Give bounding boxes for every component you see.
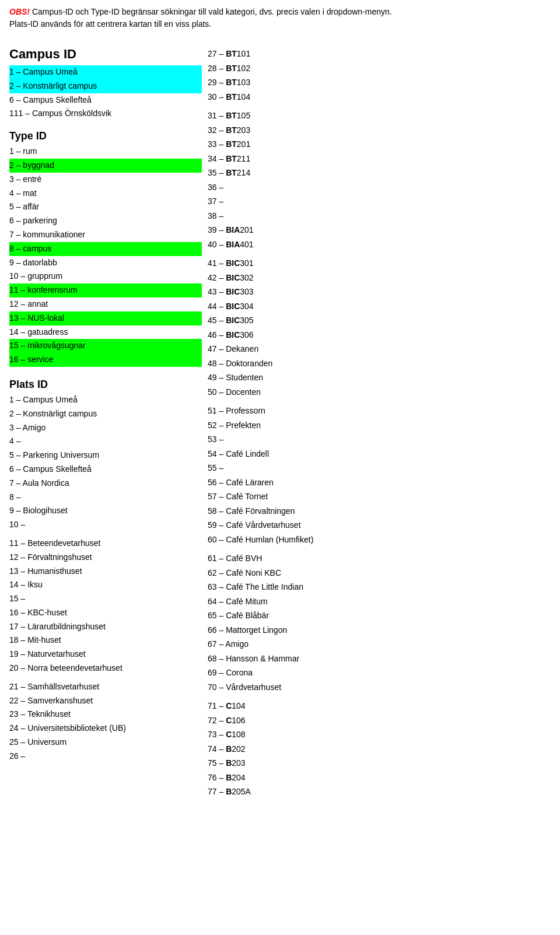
- list-item: 21 – Samhällsvetarhuset: [9, 680, 202, 694]
- left-column: Campus ID 1 – Campus Umeå 2 – Konstnärli…: [9, 41, 208, 799]
- list-item: 16 – KBC-huset: [9, 606, 202, 620]
- list-item: 75 – B203: [208, 756, 551, 771]
- list-item: 20 – Norra beteendevetarhuset: [9, 661, 202, 675]
- list-item: 12 – annat: [9, 297, 202, 311]
- list-item: 14 – gatuadress: [9, 325, 202, 339]
- list-item: 49 – Studenten: [208, 370, 551, 385]
- list-item: 51 – Professorn: [208, 404, 551, 418]
- list-item: 26 –: [9, 750, 202, 764]
- list-item: 53 –: [208, 432, 551, 447]
- list-item: 47 – Dekanen: [208, 342, 551, 356]
- list-item: 36 –: [208, 180, 551, 195]
- list-item: 1 – Campus Umeå: [9, 65, 202, 79]
- list-item: 9 – datorlabb: [9, 256, 202, 270]
- list-item: 71 – C104: [208, 699, 551, 713]
- list-item: 69 – Corona: [208, 666, 551, 680]
- list-item: 2 – Konstnärligt campus: [9, 407, 202, 421]
- list-item: 11 – konferensrum: [9, 283, 202, 297]
- type-id-title: Type ID: [9, 130, 202, 142]
- list-item: 17 – Lärarutbildningshuset: [9, 620, 202, 634]
- list-item: 18 – Mit-huset: [9, 633, 202, 647]
- list-item: 54 – Café Lindell: [208, 447, 551, 461]
- list-item: 4 – mat: [9, 187, 202, 201]
- list-item: 56 – Café Läraren: [208, 475, 551, 490]
- list-item: 58 – Café Förvaltningen: [208, 504, 551, 519]
- type-id-list: 1 – rum 2 – byggnad 3 – entré 4 – mat 5 …: [9, 145, 202, 367]
- list-item: 41 – BIC301: [208, 256, 551, 271]
- list-item: 7 – Aula Nordica: [9, 477, 202, 491]
- obs-text1: Campus-ID och Type-ID begränsar sökninga…: [30, 7, 392, 16]
- list-item: 8 –: [9, 491, 202, 505]
- list-item: 60 – Café Humlan (Humfiket): [208, 533, 551, 547]
- list-item: 4 –: [9, 435, 202, 449]
- list-item: 10 – grupprum: [9, 269, 202, 283]
- list-item: 57 – Café Tornet: [208, 489, 551, 504]
- list-item: 8 – campus: [9, 242, 202, 256]
- obs-text2: Plats-ID används för att centrera kartan…: [9, 19, 211, 29]
- campus-id-title: Campus ID: [9, 47, 202, 62]
- list-item: 64 – Café Mitum: [208, 594, 551, 609]
- list-item: 15 –: [9, 592, 202, 606]
- list-item: 62 – Café Noni KBC: [208, 566, 551, 580]
- list-item: 34 – BT211: [208, 152, 551, 166]
- list-item: 76 – B204: [208, 771, 551, 785]
- list-item: 23 – Teknikhuset: [9, 708, 202, 722]
- list-item: 11 – Beteendevetarhuset: [9, 537, 202, 551]
- plats-id-list: 1 – Campus Umeå 2 – Konstnärligt campus …: [9, 393, 202, 764]
- list-item: 9 – Biologihuset: [9, 504, 202, 518]
- list-item: 63 – Café The Little Indian: [208, 580, 551, 594]
- list-item: 42 – BIC302: [208, 271, 551, 285]
- list-item: 39 – BIA201: [208, 223, 551, 237]
- list-item: 19 – Naturvetarhuset: [9, 647, 202, 661]
- list-item: 13 – NUS-lokal: [9, 311, 202, 325]
- list-item: 46 – BIC306: [208, 328, 551, 342]
- list-item: 13 – Humanisthuset: [9, 565, 202, 579]
- right-column: 27 – BT101 28 – BT102 29 – BT103 30 – BT…: [208, 41, 551, 799]
- list-item: 31 – BT105: [208, 108, 551, 123]
- list-item: 6 – Campus Skellefteå: [9, 463, 202, 477]
- list-item: 6 – Campus Skellefteå: [9, 93, 202, 107]
- list-item: 2 – Konstnärligt campus: [9, 79, 202, 93]
- list-item: 10 –: [9, 518, 202, 532]
- list-item: 6 – parkering: [9, 214, 202, 228]
- list-item: 5 – Parkering Universum: [9, 449, 202, 463]
- list-item: 67 – Amigo: [208, 637, 551, 652]
- list-item: 32 – BT203: [208, 123, 551, 138]
- list-item: 16 – service: [9, 353, 202, 367]
- list-item: 38 –: [208, 209, 551, 223]
- list-item: 44 – BIC304: [208, 299, 551, 314]
- list-item: 2 – byggnad: [9, 159, 202, 173]
- list-item: 52 – Prefekten: [208, 418, 551, 433]
- list-item: 24 – Universitetsbiblioteket (UB): [9, 722, 202, 736]
- list-item: 33 – BT201: [208, 137, 551, 152]
- list-item: 74 – B202: [208, 742, 551, 757]
- list-item: 5 – affär: [9, 200, 202, 214]
- plats-id-title: Plats ID: [9, 379, 202, 391]
- list-item: 61 – Café BVH: [208, 551, 551, 566]
- list-item: 22 – Samverkanshuset: [9, 694, 202, 708]
- list-item: 14 – Iksu: [9, 578, 202, 592]
- list-item: 73 – C108: [208, 727, 551, 742]
- list-item: 25 – Universum: [9, 736, 202, 750]
- obs-label: OBS!: [9, 7, 30, 16]
- list-item: 77 – B205A: [208, 785, 551, 799]
- list-item: 111 – Campus Örnsköldsvik: [9, 107, 202, 121]
- obs-box: OBS! Campus-ID och Type-ID begränsar sök…: [9, 6, 551, 30]
- list-item: 59 – Café Vårdvetarhuset: [208, 518, 551, 533]
- bt-list: 27 – BT101 28 – BT102 29 – BT103 30 – BT…: [208, 47, 551, 799]
- list-item: 1 – rum: [9, 145, 202, 159]
- list-item: 68 – Hansson & Hammar: [208, 652, 551, 666]
- list-item: 65 – Café Blåbär: [208, 608, 551, 623]
- list-item: 72 – C106: [208, 713, 551, 728]
- list-item: 29 – BT103: [208, 75, 551, 90]
- list-item: 48 – Doktoranden: [208, 356, 551, 371]
- list-item: 43 – BIC303: [208, 285, 551, 299]
- list-item: 35 – BT214: [208, 166, 551, 180]
- list-item: 3 – entré: [9, 173, 202, 187]
- list-item: 50 – Docenten: [208, 385, 551, 400]
- list-item: 45 – BIC305: [208, 313, 551, 328]
- list-item: 15 – mikrovågsugnar: [9, 339, 202, 353]
- list-item: 28 – BT102: [208, 61, 551, 76]
- list-item: 3 – Amigo: [9, 421, 202, 435]
- list-item: 70 – Vårdvetarhuset: [208, 680, 551, 695]
